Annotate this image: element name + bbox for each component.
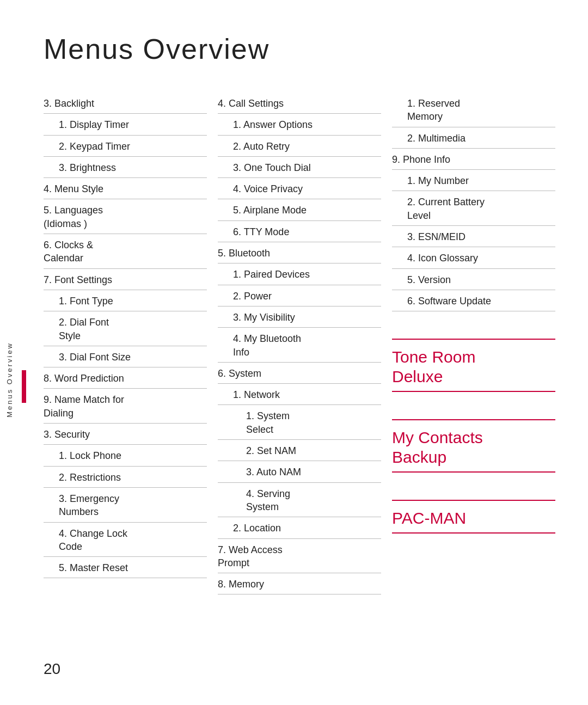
list-item: 2. Auto Retry <box>218 136 381 157</box>
list-item: 4. My BluetoothInfo <box>218 328 381 363</box>
side-label: Menus Overview <box>5 342 14 418</box>
list-item: 5. Bluetooth <box>218 242 381 263</box>
column-1: 3. Backlight 1. Display Timer 2. Keypad … <box>44 93 218 594</box>
list-item: 1. My Number <box>392 170 555 191</box>
list-item: 2. Keypad Timer <box>44 136 207 157</box>
accent-bar <box>22 370 26 403</box>
my-contacts-section: My ContactsBackup <box>392 419 555 473</box>
list-item: 3. My Visibility <box>218 306 381 328</box>
pac-man-section: PAC-MAN <box>392 500 555 534</box>
page-container: Menus Overview Menus Overview 3. Backlig… <box>0 0 588 705</box>
spacer <box>392 311 555 328</box>
list-item: 2. Multimedia <box>392 127 555 149</box>
list-item: 4. Change LockCode <box>44 523 207 557</box>
list-item: 4. Icon Glossary <box>392 247 555 268</box>
tone-room-section: Tone RoomDeluxe <box>392 339 555 392</box>
list-item: 6. Software Update <box>392 290 555 311</box>
page-number: 20 <box>44 660 60 678</box>
list-item: 7. Web AccessPrompt <box>218 539 381 574</box>
page-title: Menus Overview <box>44 33 555 65</box>
list-item: 5. Master Reset <box>44 557 207 578</box>
list-item: 4. Voice Privacy <box>218 178 381 199</box>
list-item: 1. Network <box>218 384 381 405</box>
columns-container: 3. Backlight 1. Display Timer 2. Keypad … <box>44 93 555 594</box>
list-item: 6. TTY Mode <box>218 221 381 242</box>
list-item: 9. Name Match forDialing <box>44 389 207 424</box>
list-item: 8. Word Prediction <box>44 367 207 389</box>
list-item: 2. Current BatteryLevel <box>392 191 555 226</box>
list-item: 8. Memory <box>218 573 381 594</box>
list-item: 6. Clocks &Calendar <box>44 234 207 269</box>
list-item: 1. SystemSelect <box>218 405 381 440</box>
list-item: 1. ReservedMemory <box>392 93 555 127</box>
side-label-wrap: Menus Overview <box>5 163 14 596</box>
list-item: 4. Menu Style <box>44 178 207 199</box>
list-item: 1. Answer Options <box>218 114 381 135</box>
spacer <box>44 578 207 594</box>
list-item: 2. Location <box>218 517 381 538</box>
column-2: 4. Call Settings 1. Answer Options 2. Au… <box>218 93 392 594</box>
list-item: 1. Lock Phone <box>44 445 207 466</box>
list-item: 3. Dial Font Size <box>44 346 207 367</box>
list-item: 3. Auto NAM <box>218 461 381 482</box>
list-item: 5. Airplane Mode <box>218 199 381 220</box>
list-item: 2. Power <box>218 285 381 306</box>
spacer <box>392 392 555 408</box>
list-item: 1. Display Timer <box>44 114 207 135</box>
list-item: 3. Backlight <box>44 93 207 114</box>
list-item: 9. Phone Info <box>392 149 555 170</box>
spacer <box>392 473 555 489</box>
list-item: 1. Font Type <box>44 290 207 311</box>
column-3: 1. ReservedMemory 2. Multimedia 9. Phone… <box>392 93 555 534</box>
list-item: 2. Set NAM <box>218 440 381 461</box>
list-item: 6. System <box>218 363 381 384</box>
pac-man-label: PAC-MAN <box>392 503 555 534</box>
list-item: 4. Call Settings <box>218 93 381 114</box>
tone-room-deluxe-label: Tone RoomDeluxe <box>392 342 555 392</box>
list-item: 3. ESN/MEID <box>392 226 555 247</box>
list-item: 1. Paired Devices <box>218 263 381 285</box>
my-contacts-backup-label: My ContactsBackup <box>392 422 555 473</box>
list-item: 5. Version <box>392 269 555 290</box>
list-item: 5. Languages(Idiomas ) <box>44 199 207 234</box>
list-item: 3. Security <box>44 424 207 445</box>
list-item: 3. EmergencyNumbers <box>44 488 207 523</box>
list-item: 4. ServingSystem <box>218 483 381 518</box>
list-item: 7. Font Settings <box>44 269 207 290</box>
list-item: 3. One Touch Dial <box>218 157 381 178</box>
list-item: 2. Dial FontStyle <box>44 311 207 346</box>
list-item: 2. Restrictions <box>44 467 207 488</box>
list-item: 3. Brightness <box>44 157 207 178</box>
